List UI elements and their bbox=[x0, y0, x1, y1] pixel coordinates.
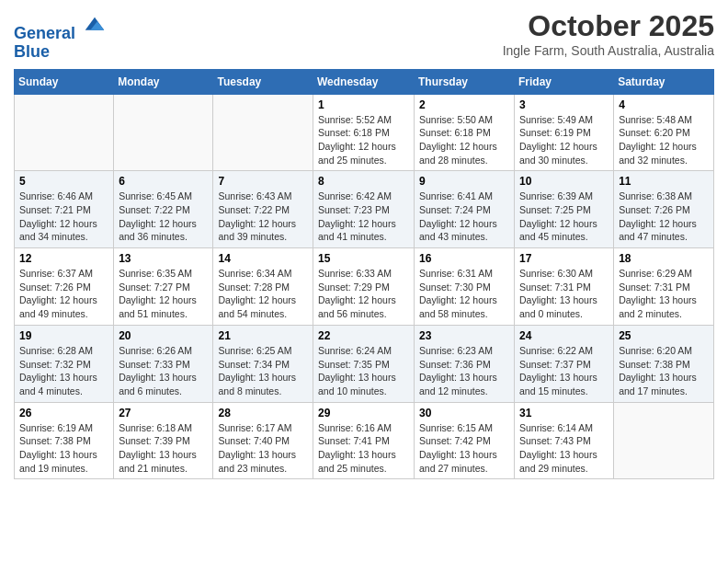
calendar-cell: 11Sunrise: 6:38 AM Sunset: 7:26 PM Dayli… bbox=[614, 171, 714, 248]
day-info: Sunrise: 6:33 AM Sunset: 7:29 PM Dayligh… bbox=[318, 267, 409, 321]
day-info: Sunrise: 6:18 AM Sunset: 7:39 PM Dayligh… bbox=[119, 421, 208, 476]
calendar-cell: 26Sunrise: 6:19 AM Sunset: 7:38 PM Dayli… bbox=[15, 402, 114, 479]
day-number: 29 bbox=[318, 407, 409, 419]
calendar-title: October 2025 bbox=[503, 9, 714, 43]
day-info: Sunrise: 6:20 AM Sunset: 7:38 PM Dayligh… bbox=[619, 344, 709, 398]
day-number: 14 bbox=[218, 252, 308, 265]
calendar-cell: 24Sunrise: 6:22 AM Sunset: 7:37 PM Dayli… bbox=[515, 325, 614, 402]
day-info: Sunrise: 6:31 AM Sunset: 7:30 PM Dayligh… bbox=[419, 267, 509, 321]
calendar-cell: 10Sunrise: 6:39 AM Sunset: 7:25 PM Dayli… bbox=[515, 171, 614, 248]
day-info: Sunrise: 6:35 AM Sunset: 7:27 PM Dayligh… bbox=[119, 267, 208, 321]
day-info: Sunrise: 6:41 AM Sunset: 7:24 PM Dayligh… bbox=[419, 190, 509, 244]
day-number: 28 bbox=[218, 407, 308, 419]
calendar-cell: 19Sunrise: 6:28 AM Sunset: 7:32 PM Dayli… bbox=[15, 325, 114, 402]
day-info: Sunrise: 6:39 AM Sunset: 7:25 PM Dayligh… bbox=[519, 190, 609, 244]
calendar-cell: 14Sunrise: 6:34 AM Sunset: 7:28 PM Dayli… bbox=[213, 248, 313, 326]
day-number: 27 bbox=[119, 407, 208, 419]
day-header-saturday: Saturday bbox=[614, 69, 714, 94]
calendar-cell: 5Sunrise: 6:46 AM Sunset: 7:21 PM Daylig… bbox=[15, 171, 114, 248]
day-info: Sunrise: 6:25 AM Sunset: 7:34 PM Dayligh… bbox=[218, 344, 308, 398]
calendar-cell: 3Sunrise: 5:49 AM Sunset: 6:19 PM Daylig… bbox=[515, 94, 614, 171]
day-info: Sunrise: 5:49 AM Sunset: 6:19 PM Dayligh… bbox=[519, 113, 609, 167]
day-headers-row: SundayMondayTuesdayWednesdayThursdayFrid… bbox=[15, 69, 714, 94]
day-number: 17 bbox=[519, 252, 609, 265]
day-info: Sunrise: 6:15 AM Sunset: 7:42 PM Dayligh… bbox=[419, 421, 509, 476]
day-info: Sunrise: 6:22 AM Sunset: 7:37 PM Dayligh… bbox=[519, 344, 609, 398]
calendar-cell bbox=[114, 94, 213, 171]
day-header-friday: Friday bbox=[515, 69, 614, 94]
day-header-wednesday: Wednesday bbox=[313, 69, 415, 94]
day-info: Sunrise: 6:16 AM Sunset: 7:41 PM Dayligh… bbox=[318, 421, 409, 476]
calendar-cell: 18Sunrise: 6:29 AM Sunset: 7:31 PM Dayli… bbox=[614, 248, 714, 326]
calendar-cell: 27Sunrise: 6:18 AM Sunset: 7:39 PM Dayli… bbox=[114, 402, 213, 479]
logo-text: General bbox=[14, 13, 108, 43]
day-number: 24 bbox=[519, 329, 609, 342]
day-number: 21 bbox=[218, 329, 308, 342]
day-number: 1 bbox=[318, 98, 409, 111]
day-info: Sunrise: 6:43 AM Sunset: 7:22 PM Dayligh… bbox=[218, 190, 308, 244]
day-number: 16 bbox=[419, 252, 509, 265]
day-info: Sunrise: 6:19 AM Sunset: 7:38 PM Dayligh… bbox=[19, 421, 108, 476]
day-info: Sunrise: 6:29 AM Sunset: 7:31 PM Dayligh… bbox=[619, 267, 709, 321]
day-info: Sunrise: 5:52 AM Sunset: 6:18 PM Dayligh… bbox=[318, 113, 409, 167]
calendar-cell: 9Sunrise: 6:41 AM Sunset: 7:24 PM Daylig… bbox=[415, 171, 515, 248]
calendar-cell: 12Sunrise: 6:37 AM Sunset: 7:26 PM Dayli… bbox=[15, 248, 114, 326]
day-header-sunday: Sunday bbox=[15, 69, 114, 94]
day-number: 8 bbox=[318, 175, 409, 188]
calendar-cell: 4Sunrise: 5:48 AM Sunset: 6:20 PM Daylig… bbox=[614, 94, 714, 171]
day-info: Sunrise: 6:26 AM Sunset: 7:33 PM Dayligh… bbox=[119, 344, 208, 398]
calendar-cell: 20Sunrise: 6:26 AM Sunset: 7:33 PM Dayli… bbox=[114, 325, 213, 402]
week-row-4: 19Sunrise: 6:28 AM Sunset: 7:32 PM Dayli… bbox=[15, 325, 714, 402]
week-row-3: 12Sunrise: 6:37 AM Sunset: 7:26 PM Dayli… bbox=[15, 248, 714, 326]
day-number: 4 bbox=[619, 98, 709, 111]
calendar-cell: 2Sunrise: 5:50 AM Sunset: 6:18 PM Daylig… bbox=[415, 94, 515, 171]
day-header-tuesday: Tuesday bbox=[213, 69, 313, 94]
calendar-cell: 22Sunrise: 6:24 AM Sunset: 7:35 PM Dayli… bbox=[313, 325, 415, 402]
day-number: 9 bbox=[419, 175, 509, 188]
logo-blue: Blue bbox=[14, 43, 108, 62]
calendar-cell: 16Sunrise: 6:31 AM Sunset: 7:30 PM Dayli… bbox=[415, 248, 515, 326]
week-row-5: 26Sunrise: 6:19 AM Sunset: 7:38 PM Dayli… bbox=[15, 402, 714, 479]
calendar-cell: 6Sunrise: 6:45 AM Sunset: 7:22 PM Daylig… bbox=[114, 171, 213, 248]
day-header-thursday: Thursday bbox=[415, 69, 515, 94]
week-row-2: 5Sunrise: 6:46 AM Sunset: 7:21 PM Daylig… bbox=[15, 171, 714, 248]
day-header-monday: Monday bbox=[114, 69, 213, 94]
calendar-cell: 23Sunrise: 6:23 AM Sunset: 7:36 PM Dayli… bbox=[415, 325, 515, 402]
logo-icon bbox=[82, 13, 108, 39]
day-info: Sunrise: 6:46 AM Sunset: 7:21 PM Dayligh… bbox=[19, 190, 108, 244]
calendar-cell: 30Sunrise: 6:15 AM Sunset: 7:42 PM Dayli… bbox=[415, 402, 515, 479]
day-info: Sunrise: 6:24 AM Sunset: 7:35 PM Dayligh… bbox=[318, 344, 409, 398]
day-number: 3 bbox=[519, 98, 609, 111]
day-info: Sunrise: 6:23 AM Sunset: 7:36 PM Dayligh… bbox=[419, 344, 509, 398]
calendar-table: SundayMondayTuesdayWednesdayThursdayFrid… bbox=[14, 69, 714, 480]
day-info: Sunrise: 6:28 AM Sunset: 7:32 PM Dayligh… bbox=[19, 344, 108, 398]
day-number: 30 bbox=[419, 407, 509, 419]
page-header: General Blue October 2025 Ingle Farm, So… bbox=[14, 9, 714, 62]
day-info: Sunrise: 5:48 AM Sunset: 6:20 PM Dayligh… bbox=[619, 113, 709, 167]
day-number: 31 bbox=[519, 407, 609, 419]
calendar-cell bbox=[614, 402, 714, 479]
day-number: 22 bbox=[318, 329, 409, 342]
day-number: 5 bbox=[19, 175, 108, 188]
day-number: 2 bbox=[419, 98, 509, 111]
calendar-cell: 21Sunrise: 6:25 AM Sunset: 7:34 PM Dayli… bbox=[213, 325, 313, 402]
day-number: 18 bbox=[619, 252, 709, 265]
calendar-cell: 28Sunrise: 6:17 AM Sunset: 7:40 PM Dayli… bbox=[213, 402, 313, 479]
day-info: Sunrise: 6:34 AM Sunset: 7:28 PM Dayligh… bbox=[218, 267, 308, 321]
day-number: 7 bbox=[218, 175, 308, 188]
day-number: 13 bbox=[119, 252, 208, 265]
calendar-cell: 15Sunrise: 6:33 AM Sunset: 7:29 PM Dayli… bbox=[313, 248, 415, 326]
calendar-cell: 25Sunrise: 6:20 AM Sunset: 7:38 PM Dayli… bbox=[614, 325, 714, 402]
day-info: Sunrise: 6:37 AM Sunset: 7:26 PM Dayligh… bbox=[19, 267, 108, 321]
day-number: 10 bbox=[519, 175, 609, 188]
day-info: Sunrise: 6:38 AM Sunset: 7:26 PM Dayligh… bbox=[619, 190, 709, 244]
day-number: 19 bbox=[19, 329, 108, 342]
day-number: 12 bbox=[19, 252, 108, 265]
day-number: 25 bbox=[619, 329, 709, 342]
calendar-cell: 1Sunrise: 5:52 AM Sunset: 6:18 PM Daylig… bbox=[313, 94, 415, 171]
calendar-cell: 13Sunrise: 6:35 AM Sunset: 7:27 PM Dayli… bbox=[114, 248, 213, 326]
day-number: 23 bbox=[419, 329, 509, 342]
calendar-subtitle: Ingle Farm, South Australia, Australia bbox=[503, 43, 714, 58]
day-number: 15 bbox=[318, 252, 409, 265]
day-info: Sunrise: 6:14 AM Sunset: 7:43 PM Dayligh… bbox=[519, 421, 609, 476]
